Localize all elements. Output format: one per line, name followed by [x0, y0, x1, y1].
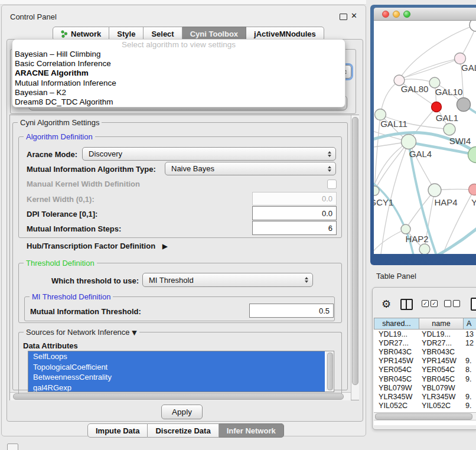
table-row[interactable]: YLR345WYLR345W9.: [374, 392, 476, 401]
attribute-item-topologicalcoefficient[interactable]: TopologicalCoefficient: [28, 362, 325, 373]
unchecked-box-icon[interactable]: [444, 300, 451, 307]
table-cell: YDR27...: [419, 339, 464, 347]
tab-label: Select: [151, 30, 174, 38]
float-window-icon[interactable]: [340, 14, 347, 20]
node-label-gal80: GAL80: [401, 84, 429, 94]
column-header-partial[interactable]: A: [464, 318, 476, 330]
bottom-tab-infer-network[interactable]: Infer Network: [219, 423, 284, 438]
settings-horizontal-scrollbar-thumb[interactable]: [13, 393, 344, 400]
sources-group-title: Sources for Network Inference ▼: [24, 328, 139, 337]
network-edge[interactable]: [374, 142, 409, 195]
network-canvas[interactable]: GAL7GAL80GAL10GAL1GAL11SWI4GAL4GCY1HAP4Y…: [374, 21, 476, 254]
tab-label: Infer Network: [227, 426, 276, 435]
table-cell: YIL052C: [374, 402, 419, 410]
tab-label: jActiveMNodules: [254, 30, 316, 38]
collapsed-panel-icon[interactable]: [7, 444, 18, 450]
combo-stepper-icon: [328, 166, 331, 172]
tab-label: Style: [117, 30, 135, 38]
table-cell: YLR345W: [419, 393, 464, 401]
mi-type-combo[interactable]: Naive Bayes: [165, 162, 336, 175]
table-row[interactable]: YBR045CYBR045C9.: [374, 374, 476, 383]
table-cell: 8.: [464, 366, 476, 374]
data-attributes-list[interactable]: SelfLoopsTopologicalCoefficientBetweenne…: [28, 351, 334, 392]
dropdown-item-basic-correlation-inference[interactable]: Basic Correlation Inference: [12, 59, 345, 69]
dropdown-placeholder: Select algorithm to view settings: [12, 40, 345, 50]
network-node-HAP4[interactable]: [428, 184, 441, 197]
table-cell: YDR27...: [374, 339, 419, 347]
aracne-mode-label: Aracne Mode:: [27, 150, 77, 159]
network-window-titlebar[interactable]: [374, 8, 476, 21]
network-edge[interactable]: [374, 229, 406, 254]
table-row[interactable]: YER054CYER054C8.: [374, 366, 476, 374]
which-threshold-combo[interactable]: MI Threshold: [142, 273, 313, 287]
network-node-salmon-node[interactable]: [469, 184, 476, 195]
attribute-item-gal4rgexp[interactable]: gal4RGexp: [28, 383, 325, 393]
checked-box-icon[interactable]: ✓: [431, 300, 438, 307]
network-node-GCY1[interactable]: [374, 186, 379, 195]
manual-kernel-checkbox[interactable]: [327, 180, 337, 189]
close-icon[interactable]: ✕: [351, 11, 357, 20]
dropdown-item-bayesian-k2[interactable]: Bayesian – K2: [12, 88, 345, 97]
aracne-mode-combo[interactable]: Discovery: [82, 147, 336, 161]
table-cell: YDL19...: [419, 330, 464, 338]
document-icon[interactable]: [471, 298, 476, 311]
network-node-red-node[interactable]: [432, 102, 442, 112]
algorithm-dropdown-list: Select algorithm to view settings Bayesi…: [12, 39, 345, 107]
dropdown-item-aracne-algorithm[interactable]: ARACNE Algorithm: [12, 69, 345, 78]
which-threshold-value: MI Threshold: [149, 276, 194, 285]
dropdown-item-bayesian-hill-climbing[interactable]: Bayesian – Hill Climbing: [12, 50, 345, 59]
table-horizontal-scrollbar-thumb[interactable]: [375, 413, 472, 420]
kernel-width-field[interactable]: 0.0: [252, 192, 337, 206]
network-node-GAL1[interactable]: [444, 123, 455, 135]
mi-threshold-group-title: MI Threshold Definition: [30, 292, 113, 301]
checked-box-icon[interactable]: ✓: [422, 300, 429, 307]
node-label-gal11: GAL11: [380, 119, 407, 129]
table-row[interactable]: YBR043CYBR043C: [374, 347, 476, 356]
gear-icon[interactable]: ⚙: [382, 298, 391, 310]
minimize-button[interactable]: [393, 11, 400, 18]
dropdown-item-mutual-information-inference[interactable]: Mutual Information Inference: [12, 79, 345, 88]
unchecked-box-icon[interactable]: [453, 300, 460, 307]
attribute-item-selfloops[interactable]: SelfLoops: [28, 351, 325, 362]
collapse-down-icon[interactable]: ▼: [132, 329, 136, 337]
node-label-hap4: HAP4: [434, 197, 457, 207]
table-cell: 13: [464, 330, 476, 338]
table-row[interactable]: YPR145WYPR145W9.: [374, 357, 476, 366]
table-row[interactable]: YIL052CYIL052C9.: [374, 402, 476, 410]
table-row[interactable]: YDR27...YDR27...12: [374, 338, 476, 347]
node-label-gal4: GAL4: [409, 149, 432, 159]
aracne-mode-value: Discovery: [89, 149, 122, 158]
bottom-tab-impute-data[interactable]: Impute Data: [87, 423, 148, 438]
table-panel-footer: [374, 420, 476, 425]
close-button[interactable]: [382, 11, 389, 18]
dpi-tolerance-field[interactable]: 0.0: [252, 206, 337, 220]
column-header-name[interactable]: name: [419, 318, 464, 330]
bottom-tab-discretize-data[interactable]: Discretize Data: [148, 423, 219, 438]
network-edge[interactable]: [374, 142, 409, 191]
table-cell: YLR345W: [374, 393, 419, 401]
network-node-top-partial[interactable]: [470, 21, 476, 31]
zoom-button[interactable]: [403, 11, 410, 18]
tab-label: Network: [71, 30, 101, 38]
list-scrollbar-thumb[interactable]: [327, 353, 333, 390]
table-cell: 9.: [464, 375, 476, 383]
network-node-bottom-partial[interactable]: [419, 244, 430, 254]
hub-definition-expander[interactable]: Hub/Transcription Factor Definition ▶: [27, 242, 168, 250]
network-edge[interactable]: [374, 115, 380, 191]
table-row[interactable]: YDL19...YDL19...13: [374, 330, 476, 338]
mi-steps-field[interactable]: 6: [252, 221, 337, 235]
table-cell: 9.: [464, 402, 476, 410]
attribute-item-betweennesscentrality[interactable]: BetweennessCentrality: [28, 372, 325, 383]
column-header-shared-name[interactable]: shared...: [374, 318, 419, 330]
apply-button[interactable]: Apply: [161, 405, 203, 419]
network-node-gray-node[interactable]: [457, 98, 471, 112]
settings-vertical-scrollbar-thumb[interactable]: [352, 117, 358, 385]
split-column-icon[interactable]: [400, 299, 413, 310]
list-scrollbar[interactable]: [326, 352, 333, 391]
network-node-GAL4[interactable]: [402, 135, 416, 149]
dropdown-item-dream8-dc-tdc-algorithm[interactable]: Dream8 DC_TDC Algorithm: [12, 97, 345, 107]
mi-threshold-field[interactable]: 0.5: [249, 304, 334, 318]
table-row[interactable]: YBL079WYBL079W: [374, 383, 476, 392]
mi-steps-label: Mutual Information Steps:: [27, 224, 121, 233]
network-node-HAP2[interactable]: [401, 224, 410, 234]
